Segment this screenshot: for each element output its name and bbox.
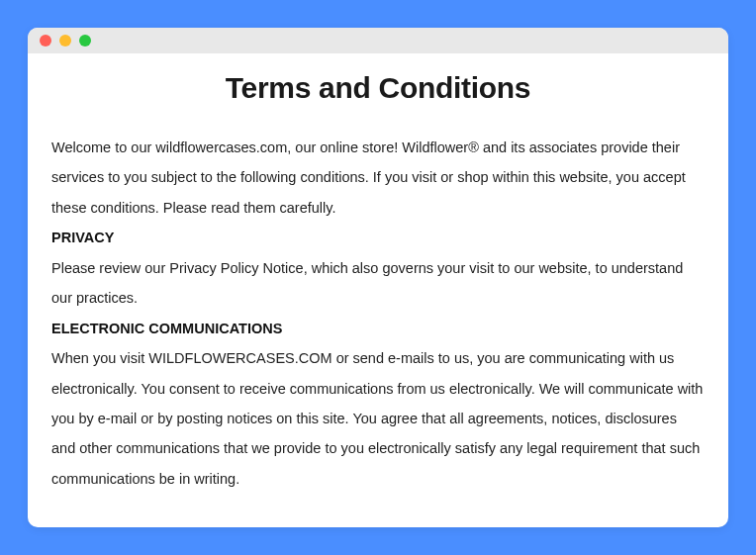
maximize-icon[interactable]	[79, 35, 91, 46]
section-heading: ELECTRONIC COMMUNICATIONS	[51, 314, 705, 343]
close-icon[interactable]	[40, 35, 51, 46]
section-body: Please review our Privacy Policy Notice,…	[51, 253, 705, 314]
window-titlebar	[28, 28, 728, 53]
minimize-icon[interactable]	[59, 35, 71, 46]
window: Terms and Conditions Welcome to our wild…	[28, 28, 728, 527]
section-body: When you visit WILDFLOWERCASES.COM or se…	[51, 343, 705, 494]
page-title: Terms and Conditions	[51, 71, 705, 105]
document-content: Terms and Conditions Welcome to our wild…	[28, 53, 728, 513]
section-heading: PRIVACY	[51, 223, 705, 252]
intro-paragraph: Welcome to our wildflowercases.com, our …	[51, 133, 705, 223]
